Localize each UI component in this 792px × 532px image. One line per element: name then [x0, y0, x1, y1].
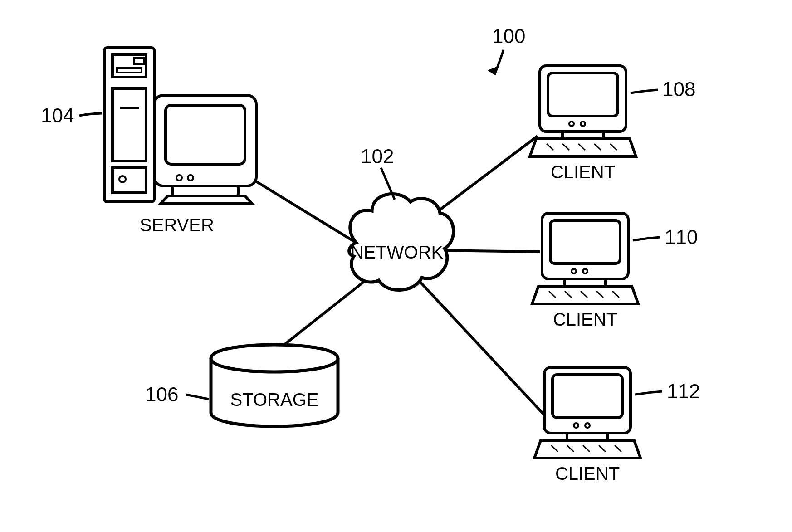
storage-ref-text: 106 [145, 383, 178, 405]
server-ref-text: 104 [41, 104, 74, 127]
storage-label: STORAGE [230, 390, 319, 410]
network-label: NETWORK [351, 242, 444, 262]
network-ref-text: 102 [361, 145, 394, 167]
svg-line-3 [438, 250, 540, 252]
network-diagram: NETWORK 102 SERVER 104 STORAGE [0, 0, 792, 532]
client2-ref-text: 110 [665, 226, 698, 248]
client1-ref-text: 108 [662, 78, 695, 100]
client3-ref-text: 112 [667, 380, 700, 402]
server-node: SERVER [104, 48, 256, 235]
client2-ref: 110 [633, 226, 698, 248]
server-ref: 104 [41, 104, 102, 127]
client3-ref: 112 [635, 380, 700, 402]
diagram-ref-text: 100 [492, 25, 525, 47]
svg-rect-13 [154, 95, 256, 186]
svg-line-0 [245, 175, 356, 243]
network-node: NETWORK [349, 194, 454, 290]
svg-rect-17 [172, 186, 238, 196]
client3-label: CLIENT [555, 464, 620, 483]
client1-node: CLIENT [530, 66, 636, 182]
storage-node: STORAGE [211, 345, 338, 426]
storage-ref: 106 [145, 383, 209, 405]
network-ref: 102 [361, 145, 395, 200]
client3-node: CLIENT [534, 367, 640, 483]
server-label: SERVER [140, 215, 214, 235]
svg-line-4 [417, 279, 544, 415]
client2-node: CLIENT [532, 213, 638, 329]
client2-label: CLIENT [553, 309, 617, 329]
client1-label: CLIENT [551, 162, 615, 182]
client1-ref: 108 [631, 78, 695, 100]
diagram-ref: 100 [488, 25, 525, 75]
